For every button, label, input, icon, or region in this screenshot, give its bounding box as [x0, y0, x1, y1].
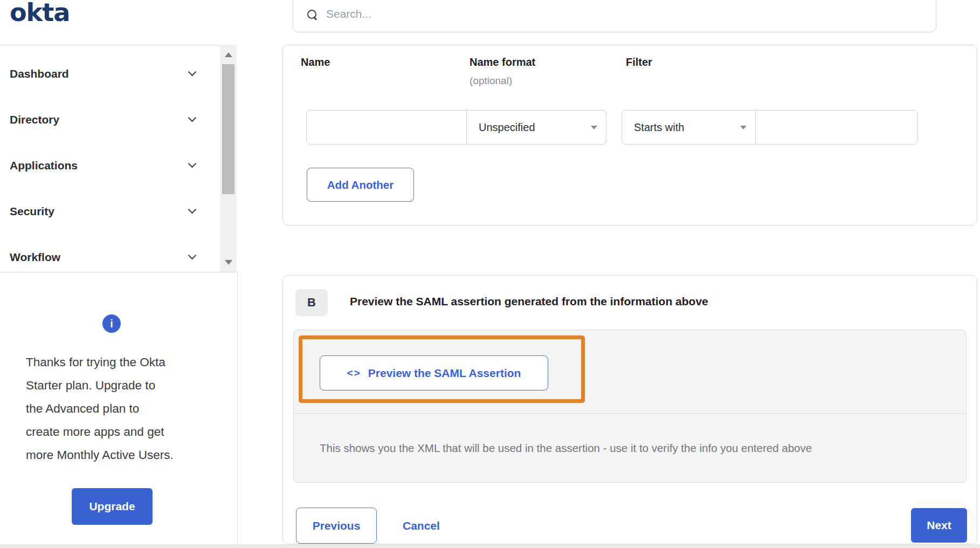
sidebar-item-directory[interactable]: Directory: [10, 97, 220, 142]
scroll-up-arrow-icon[interactable]: [225, 52, 232, 57]
page-bottom-edge: [0, 544, 980, 548]
info-icon-glyph: i: [110, 318, 113, 330]
filter-type-selected-value: Starts with: [634, 121, 684, 134]
step-b-badge: B: [295, 289, 328, 316]
chevron-down-icon: [188, 251, 197, 259]
filter-type-select[interactable]: Starts with: [622, 110, 756, 145]
attribute-statements-card: Name Name format (optional) Filter Unspe…: [282, 45, 977, 225]
scroll-down-arrow-icon[interactable]: [225, 260, 232, 265]
search-icon: [307, 10, 316, 19]
attribute-name-input[interactable]: [306, 110, 467, 145]
name-format-optional-label: (optional): [470, 75, 512, 87]
name-format-column-label: Name format: [470, 56, 535, 68]
chevron-down-icon: [188, 113, 197, 122]
plan-note-line: Thanks for trying the Okta: [26, 351, 209, 374]
chevron-down-icon: [188, 159, 197, 168]
sidebar-item-label: Security: [10, 205, 54, 218]
sidebar-bottom-divider: [0, 272, 238, 272]
sidebar-item-dashboard[interactable]: Dashboard: [10, 51, 220, 97]
sidebar-item-security[interactable]: Security: [10, 188, 220, 234]
info-icon: i: [102, 314, 121, 333]
preview-description: This shows you the XML that will be used…: [320, 442, 812, 455]
previous-button[interactable]: Previous: [296, 508, 377, 544]
cancel-link[interactable]: Cancel: [403, 508, 440, 544]
code-icon: <>: [347, 367, 361, 379]
name-column-label: Name: [301, 56, 330, 68]
filter-value-input[interactable]: [755, 110, 918, 145]
next-button[interactable]: Next: [911, 508, 967, 543]
okta-logo[interactable]: okta: [10, 0, 70, 27]
upgrade-button[interactable]: Upgrade: [72, 488, 153, 525]
sidebar-nav: Dashboard Directory Applications Securit…: [0, 45, 220, 272]
search-input[interactable]: [325, 7, 648, 21]
preview-saml-assertion-button[interactable]: <> Preview the SAML Assertion: [320, 355, 548, 391]
plan-note-line: create more apps and get: [26, 420, 209, 443]
plan-note-text: Thanks for trying the Okta Starter plan.…: [26, 351, 209, 467]
select-caret-icon: [740, 126, 747, 129]
search-box[interactable]: [293, 0, 936, 32]
chevron-down-icon: [188, 67, 197, 76]
chevron-down-icon: [188, 205, 197, 214]
add-another-button[interactable]: Add Another: [307, 168, 414, 202]
scrollbar-thumb[interactable]: [222, 64, 234, 194]
filter-column-label: Filter: [626, 56, 652, 68]
plan-note-line: Starter plan. Upgrade to: [26, 374, 209, 397]
sidebar-right-divider: [237, 272, 238, 544]
sidebar-item-label: Directory: [10, 113, 59, 126]
sidebar-item-label: Workflow: [10, 251, 60, 264]
select-caret-icon: [591, 126, 597, 129]
sidebar-item-applications[interactable]: Applications: [10, 142, 220, 188]
sidebar-scrollbar[interactable]: [220, 45, 237, 272]
sidebar-item-workflow[interactable]: Workflow: [10, 234, 220, 280]
plan-note-line: more Monthly Active Users.: [26, 443, 209, 467]
preview-button-label: Preview the SAML Assertion: [368, 367, 521, 380]
section-b-title: Preview the SAML assertion generated fro…: [350, 295, 708, 308]
sidebar-item-label: Applications: [10, 159, 78, 172]
saml-preview-card: B Preview the SAML assertion generated f…: [282, 275, 977, 544]
preview-panel: <> Preview the SAML Assertion This shows…: [293, 330, 967, 483]
name-format-select[interactable]: Unspecified: [466, 110, 606, 145]
name-format-selected-value: Unspecified: [479, 121, 535, 134]
preview-button-area: <> Preview the SAML Assertion: [294, 330, 966, 414]
sidebar-item-label: Dashboard: [10, 67, 69, 80]
plan-note-line: the Advanced plan to: [26, 397, 209, 420]
